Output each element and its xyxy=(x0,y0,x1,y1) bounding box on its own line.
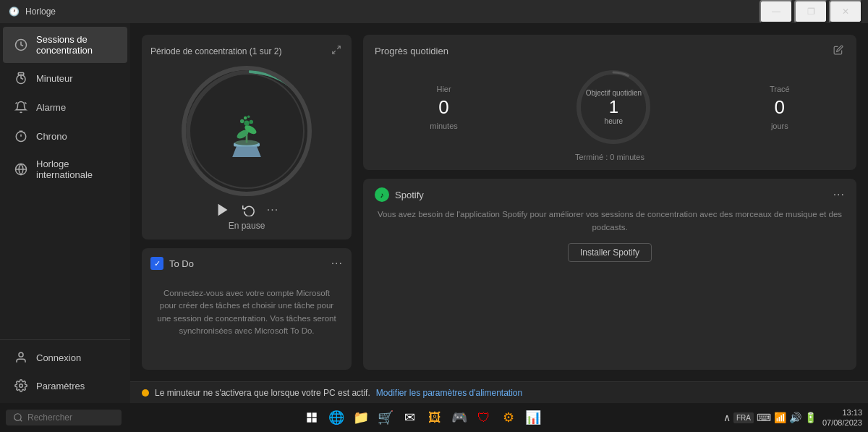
tray-battery[interactable]: 🔋 xyxy=(804,412,817,423)
spotify-logo: ♪ xyxy=(375,187,389,202)
trace-label: Tracé xyxy=(770,85,790,93)
sidebar: Sessions de concentration Minuteur Alarm… xyxy=(0,23,130,403)
hier-value: 0 xyxy=(438,96,448,119)
taskbar-icon-app1[interactable]: 🎮 xyxy=(448,407,470,428)
clock-circle xyxy=(182,66,312,196)
taskbar-icon-mail[interactable]: ✉ xyxy=(399,407,421,428)
minuteur-icon xyxy=(14,72,27,85)
svg-point-30 xyxy=(14,414,21,420)
clock-container: ··· En pause xyxy=(150,66,343,231)
progress-content: Hier 0 minutes Objectif quotidien xyxy=(375,67,845,147)
hier-unit: minutes xyxy=(430,122,458,130)
todo-title: To Do xyxy=(169,258,194,269)
tray-arrow[interactable]: ∧ xyxy=(723,412,731,423)
sidebar-item-horloge[interactable]: Horloge internationale xyxy=(3,151,127,187)
sessions-icon xyxy=(14,38,27,51)
concentration-card-title: Période de concentration (1 sur 2) xyxy=(150,46,281,56)
stat-hier: Hier 0 minutes xyxy=(430,85,458,130)
controls: ··· xyxy=(215,202,278,218)
svg-line-31 xyxy=(20,420,22,422)
progress-header: Progrès quotidien xyxy=(375,43,845,59)
alarme-icon xyxy=(14,101,27,114)
title-bar-left: 🕐 Horloge xyxy=(9,7,56,17)
sidebar-item-connexion[interactable]: Connexion xyxy=(3,344,127,371)
main-grid: Période de concentration (1 sur 2) xyxy=(130,23,868,381)
progress-title: Progrès quotidien xyxy=(375,46,448,56)
taskbar-icons: 🌐 📁 🛒 ✉ 🖼 🎮 🛡 ⚙ 📊 xyxy=(301,407,544,428)
play-button[interactable] xyxy=(215,202,231,218)
main-content: Période de concentration (1 sur 2) xyxy=(130,23,868,403)
concentration-card-header: Période de concentration (1 sur 2) xyxy=(150,43,343,59)
spotify-body: Vous avez besoin de l'application Spotif… xyxy=(375,208,845,234)
search-input[interactable] xyxy=(27,412,100,423)
windows-button[interactable] xyxy=(301,407,323,428)
more-options-button[interactable]: ··· xyxy=(267,204,278,216)
chrono-icon xyxy=(14,130,27,143)
termine-text: Terminé : 0 minutes xyxy=(375,153,845,161)
time-block: 13:13 07/08/2023 xyxy=(822,407,862,428)
svg-point-12 xyxy=(20,384,23,388)
resize-button[interactable] xyxy=(330,43,343,59)
taskbar-icon-app4[interactable]: 📊 xyxy=(522,407,544,428)
search-icon xyxy=(13,412,23,423)
taskbar: 🌐 📁 🛒 ✉ 🖼 🎮 🛡 ⚙ 📊 ∧ FRA ⌨ 📶 🔊 🔋 13:13 07… xyxy=(0,403,868,432)
svg-point-11 xyxy=(19,352,23,357)
title-bar: 🕐 Horloge — ❐ ✕ xyxy=(0,0,868,23)
tray-sound[interactable]: 🔊 xyxy=(789,412,801,423)
clock-date: 07/08/2023 xyxy=(822,418,862,428)
sidebar-item-sessions[interactable]: Sessions de concentration xyxy=(3,27,127,63)
edit-button[interactable] xyxy=(832,43,845,59)
taskbar-icon-app3[interactable]: ⚙ xyxy=(498,407,519,428)
stat-trace: Tracé 0 jours xyxy=(770,85,790,130)
taskbar-right: ∧ FRA ⌨ 📶 🔊 🔋 13:13 07/08/2023 xyxy=(723,407,862,428)
todo-icon: ✓ xyxy=(150,257,163,270)
close-button[interactable]: ✕ xyxy=(829,0,862,23)
spotify-more-button[interactable]: ··· xyxy=(833,189,845,200)
todo-body: Connectez-vous avec votre compte Microso… xyxy=(150,279,343,346)
sidebar-item-parametres[interactable]: Paramètres xyxy=(3,372,127,399)
clock-time: 13:13 xyxy=(822,407,862,418)
sidebar-label-alarme: Alarme xyxy=(36,102,66,113)
app-body: Sessions de concentration Minuteur Alarm… xyxy=(0,23,868,403)
hier-label: Hier xyxy=(436,85,451,93)
svg-rect-32 xyxy=(307,412,311,417)
trace-unit: jours xyxy=(771,122,788,130)
sidebar-item-alarme[interactable]: Alarme xyxy=(3,93,127,121)
sidebar-label-parametres: Paramètres xyxy=(36,381,85,391)
objectif-unit: heure xyxy=(605,117,624,125)
svg-line-14 xyxy=(333,51,336,54)
todo-more-button[interactable]: ··· xyxy=(331,258,343,269)
tray-wifi[interactable]: 📶 xyxy=(774,412,786,423)
taskbar-icon-folder[interactable]: 📁 xyxy=(350,407,372,428)
svg-line-13 xyxy=(337,46,340,49)
notification-bar: Le minuteur ne s'activera que lorsque vo… xyxy=(130,381,868,403)
svg-rect-34 xyxy=(307,418,311,423)
spotify-brand: ♪ Spotify xyxy=(375,187,424,202)
svg-line-4 xyxy=(25,102,26,103)
trace-value: 0 xyxy=(775,96,785,119)
todo-header: ✓ To Do ··· xyxy=(150,257,343,270)
taskbar-icon-edge[interactable]: 🌐 xyxy=(326,407,347,428)
svg-line-8 xyxy=(24,132,25,134)
todo-title-row: ✓ To Do xyxy=(150,257,194,270)
left-column: Période de concentration (1 sur 2) xyxy=(142,35,352,370)
sidebar-item-chrono[interactable]: Chrono xyxy=(3,122,127,150)
spotify-card: ♪ Spotify ··· Vous avez besoin de l'appl… xyxy=(363,179,856,370)
svg-line-3 xyxy=(16,102,17,103)
taskbar-search[interactable] xyxy=(6,410,122,425)
minimize-button[interactable]: — xyxy=(760,0,793,23)
app-title: Horloge xyxy=(25,7,56,17)
sidebar-label-chrono: Chrono xyxy=(36,131,67,142)
maximize-button[interactable]: ❐ xyxy=(794,0,827,23)
taskbar-icon-photos[interactable]: 🖼 xyxy=(424,407,446,428)
install-spotify-button[interactable]: Installer Spotify xyxy=(568,243,652,262)
svg-rect-35 xyxy=(312,418,317,423)
taskbar-icon-store[interactable]: 🛒 xyxy=(375,407,396,428)
sidebar-label-connexion: Connexion xyxy=(36,352,81,363)
svg-marker-27 xyxy=(218,204,227,216)
objectif-value: 1 xyxy=(609,97,618,117)
sidebar-item-minuteur[interactable]: Minuteur xyxy=(3,64,127,92)
reset-button[interactable] xyxy=(242,203,255,216)
taskbar-icon-app2[interactable]: 🛡 xyxy=(473,407,495,428)
notification-link[interactable]: Modifier les paramètres d'alimentation xyxy=(376,388,522,398)
